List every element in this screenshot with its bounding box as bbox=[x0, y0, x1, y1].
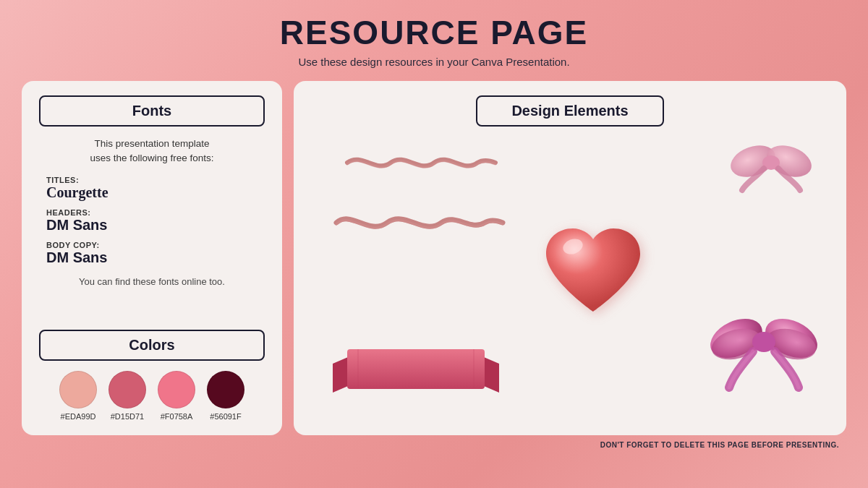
colors-header-box: Colors bbox=[39, 330, 265, 361]
color-circle-1 bbox=[59, 371, 97, 408]
page-title: RESOURCE PAGE bbox=[22, 14, 846, 51]
heart-element bbox=[535, 218, 651, 329]
swatch-4: #56091F bbox=[207, 371, 244, 421]
font-label-titles: TITLES: bbox=[46, 176, 265, 184]
main-content: Fonts This presentation template uses th… bbox=[22, 81, 846, 435]
color-hex-4: #56091F bbox=[210, 412, 241, 421]
font-name-titles: Courgette bbox=[46, 184, 265, 201]
design-elements-content bbox=[311, 127, 829, 421]
left-panel: Fonts This presentation template uses th… bbox=[22, 81, 282, 435]
color-circle-3 bbox=[158, 371, 195, 408]
fonts-note: You can find these fonts online too. bbox=[39, 276, 265, 287]
bow-top-right bbox=[728, 134, 814, 202]
font-entry-body: BODY COPY: DM Sans bbox=[46, 241, 265, 266]
elements-grid bbox=[311, 127, 829, 421]
fonts-header-box: Fonts bbox=[39, 95, 265, 127]
swatch-1: #EDA99D bbox=[59, 371, 97, 421]
right-panel: Design Elements bbox=[294, 81, 846, 435]
color-hex-1: #EDA99D bbox=[61, 412, 96, 421]
swatch-2: #D15D71 bbox=[109, 371, 146, 421]
font-entry-headers: HEADERS: DM Sans bbox=[46, 208, 265, 234]
bow-bottom-right bbox=[706, 302, 822, 414]
header-area: RESOURCE PAGE Use these design resources… bbox=[22, 14, 846, 68]
color-circle-2 bbox=[109, 371, 146, 408]
banner-ribbon bbox=[333, 346, 499, 406]
font-name-headers: DM Sans bbox=[46, 217, 265, 234]
font-label-headers: HEADERS: bbox=[46, 208, 265, 217]
ribbon-wavy-middle bbox=[333, 202, 506, 245]
colors-label: Colors bbox=[129, 337, 174, 353]
svg-rect-3 bbox=[347, 349, 485, 389]
page-background: RESOURCE PAGE Use these design resources… bbox=[0, 0, 868, 488]
color-circle-4 bbox=[207, 371, 244, 408]
color-hex-2: #D15D71 bbox=[111, 412, 144, 421]
font-label-body: BODY COPY: bbox=[46, 241, 265, 249]
right-panel-header: Design Elements bbox=[311, 95, 829, 127]
color-hex-3: #F0758A bbox=[161, 412, 193, 421]
ribbon-wavy-top bbox=[340, 148, 499, 194]
font-entry-titles: TITLES: Courgette bbox=[46, 176, 265, 201]
fonts-label: Fonts bbox=[132, 103, 171, 119]
page-subtitle: Use these design resources in your Canva… bbox=[22, 56, 846, 68]
design-elements-header-box: Design Elements bbox=[476, 95, 664, 127]
design-elements-label: Design Elements bbox=[511, 103, 628, 119]
font-entries: TITLES: Courgette HEADERS: DM Sans BODY … bbox=[39, 176, 265, 266]
font-name-body: DM Sans bbox=[46, 249, 265, 266]
footer-note: DON'T FORGET TO DELETE THIS PAGE BEFORE … bbox=[22, 441, 846, 449]
fonts-description: This presentation template uses the foll… bbox=[39, 137, 265, 166]
color-swatches: #EDA99D #D15D71 #F0758A #56091F bbox=[39, 371, 265, 421]
colors-section: Colors #EDA99D #D15D71 #F0758A bbox=[39, 330, 265, 421]
swatch-3: #F0758A bbox=[158, 371, 195, 421]
